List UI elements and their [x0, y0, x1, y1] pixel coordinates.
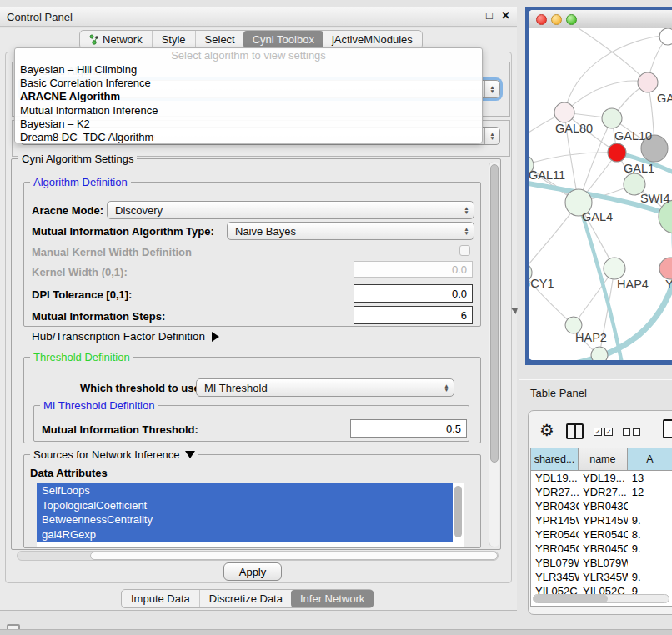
node-label-hap2: HAP2 [575, 331, 607, 344]
node-bottom[interactable] [591, 347, 608, 360]
node-gal10[interactable] [602, 108, 622, 128]
node-label-gcy1: GCY1 [529, 277, 554, 290]
minimize-traffic-light-icon[interactable] [551, 14, 562, 25]
settings-hscrollbar-thumb[interactable] [90, 552, 498, 560]
which-threshold-combo[interactable]: MI Threshold ▲▼ [196, 378, 454, 397]
dpi-tolerance-field[interactable] [354, 284, 473, 302]
node-swi4[interactable] [659, 200, 672, 233]
stepper-icon: ▲▼ [484, 128, 499, 144]
algorithm-select-popup: Select algorithm to view settings Bayesi… [14, 48, 483, 143]
column-header-shared[interactable]: shared... [531, 448, 579, 471]
cell [628, 556, 672, 570]
table-row[interactable]: YBR043CYBR043C [531, 499, 672, 513]
tab-infer-network[interactable]: Infer Network [291, 590, 374, 608]
node-label-gal: GAL [657, 92, 672, 105]
data-attributes-label: Data Attributes [30, 467, 108, 479]
close-traffic-light-icon[interactable] [536, 14, 547, 25]
manual-kernel-checkbox[interactable] [459, 245, 470, 256]
tab-cyni-toolbox[interactable]: Cyni Toolbox [243, 31, 323, 48]
mi-type-label: Mutual Information Algorithm Type: [32, 225, 214, 238]
network-edge [564, 81, 648, 112]
columns-icon[interactable] [566, 423, 584, 439]
hub-definition-toggle[interactable]: Hub/Transcription Factor Definition [32, 330, 219, 342]
apply-button[interactable]: Apply [223, 562, 282, 581]
dpi-tolerance-label: DPI Tolerance [0,1]: [32, 288, 132, 301]
document-icon[interactable] [663, 419, 672, 438]
algorithm-option-bayesian-k2[interactable]: Bayesian – K2 [15, 118, 482, 131]
cell: 12 [628, 485, 672, 499]
aracne-mode-value: Discovery [108, 204, 459, 217]
table-hscrollbar-thumb[interactable] [534, 595, 608, 602]
algorithm-option-mutual-information-inference[interactable]: Mutual Information Inference [15, 104, 482, 118]
node-label-gal4: GAL4 [582, 210, 613, 223]
cell: 9. [628, 542, 672, 556]
stepper-icon: ▲▼ [484, 81, 499, 98]
settings-group-title: Cyni Algorithm Settings [18, 152, 137, 165]
zoom-traffic-light-icon[interactable] [566, 14, 577, 25]
node-salmon[interactable] [659, 258, 672, 279]
table-row[interactable]: YBR045CYBR045C9. [531, 542, 672, 556]
node-red[interactable] [608, 143, 626, 162]
mi-steps-field[interactable] [354, 306, 473, 324]
mi-threshold-field[interactable] [350, 419, 467, 438]
attributes-scrollbar-thumb[interactable] [454, 486, 462, 538]
column-header-a[interactable]: A [628, 448, 672, 471]
tab-label: Infer Network [300, 592, 364, 605]
table-row[interactable]: YDL19...YDL19...13 [531, 471, 672, 485]
aracne-mode-combo[interactable]: Discovery ▲▼ [107, 201, 474, 219]
threshold-definition-title: Threshold Definition [30, 351, 133, 363]
table-row[interactable]: YLR345WYLR345W9. [531, 570, 672, 584]
select-all-checkboxes-icon[interactable]: ✓✓ [594, 428, 613, 436]
cell: YDL19... [579, 471, 628, 485]
table-header-row: shared...nameA [531, 448, 672, 471]
data-attribute-item-selfloops[interactable]: SelfLoops [37, 483, 453, 498]
tab-style[interactable]: Style [152, 31, 195, 48]
table-row[interactable]: YPR145WYPR145W9. [531, 513, 672, 528]
data-attribute-item-gal4rgexp[interactable]: gal4RGexp [37, 528, 453, 542]
kernel-width-field[interactable] [354, 261, 473, 278]
deselect-all-checkboxes-icon[interactable] [623, 428, 640, 436]
bottom-strip [0, 629, 672, 635]
node-label-gal10: GAL10 [614, 129, 652, 142]
bottom-tab-bar: Impute DataDiscretize DataInfer Network [121, 589, 374, 608]
column-header-name[interactable]: name [579, 448, 628, 471]
node-gal80[interactable] [554, 102, 574, 122]
mi-type-combo[interactable]: Naive Bayes ▲▼ [227, 222, 474, 240]
network-window-titlebar[interactable] [529, 10, 672, 28]
stepper-icon: ▲▼ [459, 202, 474, 218]
table-row[interactable]: YBL079WYBL079W [531, 556, 672, 570]
table-row[interactable]: YER054CYER054C8. [531, 528, 672, 542]
close-window-icon[interactable]: ✕ [501, 9, 510, 22]
data-attribute-item-topologicalcoefficient[interactable]: TopologicalCoefficient [37, 498, 453, 513]
tab-label: Style [162, 33, 186, 46]
node-label-gal80: GAL80 [555, 122, 593, 135]
node-pink-top[interactable] [638, 72, 658, 92]
algorithm-option-dream8-dc-tdc-algorithm[interactable]: Dream8 DC_TDC Algorithm [15, 131, 482, 144]
tab-network[interactable]: Network [80, 31, 152, 48]
tab-select[interactable]: Select [195, 31, 244, 48]
node-label-gal1: GAL1 [624, 162, 654, 175]
sources-group-title[interactable]: Sources for Network Inference [30, 448, 198, 461]
cell: 13 [628, 471, 672, 485]
cell: YER054C [531, 528, 579, 542]
algorithm-option-aracne-algorithm[interactable]: ARACNE Algorithm [15, 90, 482, 103]
tab-jactivemnodules[interactable]: jActiveMNodules [323, 31, 422, 48]
table-row[interactable]: YDR27...YDR27...12 [531, 485, 672, 499]
tab-discretize-data[interactable]: Discretize Data [199, 590, 292, 608]
gear-icon[interactable]: ⚙ [539, 420, 554, 440]
data-attribute-item-betweennesscentrality[interactable]: BetweennessCentrality [37, 512, 453, 528]
tab-impute-data[interactable]: Impute Data [122, 590, 199, 608]
cell: YBR045C [531, 542, 579, 556]
data-attributes-list[interactable]: SelfLoopsTopologicalCoefficientBetweenne… [37, 483, 464, 548]
float-window-icon[interactable]: □ [486, 9, 493, 22]
algorithm-option-bayesian-hill-climbing[interactable]: Bayesian – Hill Climbing [15, 63, 482, 77]
node-label-swi4: SWI4 [640, 192, 669, 205]
algorithm-option-basic-correlation-inference[interactable]: Basic Correlation Inference [15, 77, 482, 90]
cell: YLR345W [531, 570, 579, 584]
node-hap4[interactable] [604, 258, 625, 279]
stepper-icon: ▲▼ [439, 379, 454, 396]
cell: YBR043C [531, 499, 579, 513]
node-top[interactable] [659, 28, 672, 45]
settings-scrollbar-thumb[interactable] [490, 164, 499, 462]
network-canvas[interactable]: GALGAL80GAL10GAL1GAL11SWI4GAL4GCY1HAP4YH… [529, 28, 672, 360]
